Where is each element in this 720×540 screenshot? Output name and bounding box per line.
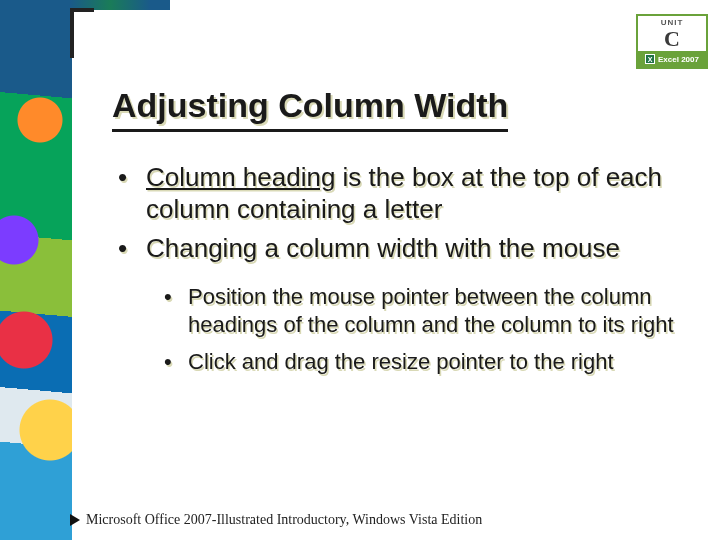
- bullet-text: Click and drag the resize pointer to the…: [188, 349, 614, 374]
- slide-title: Adjusting Column Width: [112, 86, 508, 132]
- bullet-level2: Click and drag the resize pointer to the…: [162, 348, 692, 376]
- bullet-level2: Position the mouse pointer between the c…: [162, 283, 692, 338]
- corner-rule-horizontal: [70, 8, 94, 12]
- decorative-art-strip: [0, 0, 72, 540]
- corner-rule-vertical: [70, 8, 74, 58]
- bullet-level1: Changing a column width with the mouse: [112, 233, 692, 265]
- slide-footer: Microsoft Office 2007-Illustrated Introd…: [70, 512, 482, 528]
- bullet-text: Position the mouse pointer between the c…: [188, 284, 674, 337]
- unit-badge: UNIT C X Excel 2007: [636, 14, 708, 69]
- excel-icon: X: [645, 54, 655, 64]
- sub-bullet-group: Position the mouse pointer between the c…: [162, 283, 692, 376]
- product-name: Excel 2007: [658, 55, 699, 64]
- bullet-level1: Column heading is the box at the top of …: [112, 162, 692, 225]
- slide-content: Column heading is the box at the top of …: [112, 162, 692, 386]
- unit-letter: C: [638, 27, 706, 51]
- triangle-icon: [70, 514, 80, 526]
- product-row: X Excel 2007: [638, 51, 706, 67]
- footer-text: Microsoft Office 2007-Illustrated Introd…: [86, 512, 482, 528]
- term-underlined: Column heading: [146, 162, 335, 192]
- bullet-text: Changing a column width with the mouse: [146, 233, 620, 263]
